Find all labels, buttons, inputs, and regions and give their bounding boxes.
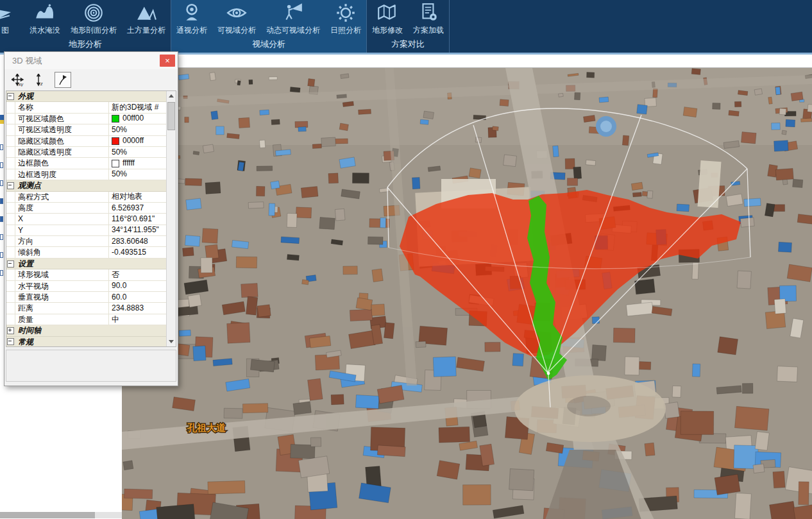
svg-text:xy: xy (18, 82, 24, 87)
grid-row-方向[interactable]: 方向283.60648 (6, 236, 176, 247)
ribbon-button-earthwork[interactable]: 土方量分析 (122, 0, 171, 36)
ribbon-button-label: 动态可视域分析 (266, 25, 320, 36)
grid-row-距离[interactable]: 距离234.8883 (6, 303, 176, 314)
ribbon-button-flood[interactable]: 洪水淹没 (24, 0, 65, 36)
ribbon-group-1: 图洪水淹没地形剖面分析土方量分析地形分析 (0, 0, 171, 53)
property-name: 方向 (15, 236, 109, 246)
grid-row-质量[interactable]: 质量中 (6, 314, 176, 325)
collapse-icon[interactable] (7, 260, 14, 268)
property-name: 隐藏区域透明度 (15, 147, 109, 157)
panel-title-bar[interactable]: 3D 视域 × (4, 52, 178, 69)
scrollbar-thumb[interactable] (167, 102, 175, 130)
section-label: 设置 (15, 259, 176, 269)
section-label: 外观 (15, 91, 176, 101)
expand-icon[interactable] (7, 327, 14, 334)
section-label: 常规 (15, 337, 176, 347)
grid-row-垂直视场[interactable]: 垂直视场60.0 (6, 292, 176, 303)
grid-row-倾斜角[interactable]: 倾斜角-0.493515 (6, 247, 176, 258)
grid-section-外观[interactable]: 外观 (6, 91, 176, 102)
ribbon-button-label: 洪水淹没 (30, 25, 60, 36)
property-name: 高度 (15, 203, 109, 213)
grid-row-可视区域颜色[interactable]: 可视区域颜色00ff00 (6, 114, 176, 124)
grid-row-高程方式[interactable]: 高程方式相对地表 (6, 192, 176, 203)
property-name: 垂直视场 (15, 292, 109, 302)
horizontal-scrollbar[interactable] (0, 512, 122, 518)
property-name: 可视区域颜色 (15, 114, 109, 124)
grid-section-时间轴[interactable]: 时间轴 (6, 325, 176, 336)
map-3d-viewport[interactable]: 孔祖大道 (122, 67, 812, 519)
grid-section-观测点[interactable]: 观测点 (6, 180, 176, 191)
grid-row-X[interactable]: X116°8'0.691" (6, 214, 176, 225)
property-name: 边框透明度 (15, 169, 109, 180)
collapse-icon[interactable] (7, 93, 14, 100)
collapse-icon[interactable] (7, 338, 14, 345)
grid-row-可视区域透明度[interactable]: 可视区域透明度50% (6, 124, 176, 135)
terrain-edit-icon (376, 2, 398, 24)
ribbon-group-label: 地形分析 (69, 38, 102, 53)
property-name: 名称 (15, 102, 109, 112)
grid-row-水平视场[interactable]: 水平视场90.0 (6, 281, 176, 292)
app-window: { "ribbon": { "groups": [ { "label": "地形… (0, 0, 812, 519)
map-3d-scene[interactable]: 孔祖大道 (122, 68, 812, 519)
ribbon-button-label: 地形剖面分析 (71, 25, 117, 36)
property-grid: 外观名称新的3D视域 #可视区域颜色00ff00可视区域透明度50%隐藏区域颜色… (6, 90, 176, 347)
ribbon-button-plan-load[interactable]: 方案加载 (408, 0, 449, 36)
grid-section-常规[interactable]: 常规 (6, 337, 176, 347)
svg-text:z: z (40, 81, 43, 86)
ribbon-button-clipped-tool[interactable]: 图 (0, 0, 24, 36)
ribbon-button-terrain-profile[interactable]: 地形剖面分析 (65, 0, 122, 36)
grid-section-设置[interactable]: 设置 (6, 259, 176, 269)
viewshed-icon (226, 2, 248, 24)
section-label: 时间轴 (15, 325, 176, 336)
grid-row-Y[interactable]: Y34°14'11.955" (6, 225, 176, 236)
ribbon-button-sunlight[interactable]: 日照分析 (325, 0, 366, 36)
property-name: X (15, 214, 109, 224)
property-description-area (6, 350, 176, 382)
scroll-down-arrow[interactable] (167, 337, 176, 346)
vertical-scrollbar[interactable] (166, 91, 176, 346)
ribbon-button-terrain-edit[interactable]: 地形修改 (367, 0, 408, 36)
grid-row-名称[interactable]: 名称新的3D视域 # (6, 102, 176, 113)
property-name: 隐藏区域颜色 (15, 136, 109, 146)
grid-row-隐藏区域透明度[interactable]: 隐藏区域透明度50% (6, 147, 176, 158)
viewshed-3d-panel: 3D 视域 × xyz 外观名称新的3D视域 #可视区域颜色00ff00可视区域… (4, 51, 178, 386)
pick-point-tool[interactable] (55, 72, 71, 88)
ribbon-button-label: 日照分析 (330, 25, 361, 36)
ribbon-button-viewshed[interactable]: 可视域分析 (212, 0, 261, 36)
ribbon-button-label: 土方量分析 (127, 25, 165, 36)
scroll-up-arrow[interactable] (167, 91, 176, 101)
move-xy-tool[interactable]: xy (10, 72, 26, 88)
property-name: 高程方式 (15, 192, 109, 202)
move-z-icon: z (34, 74, 47, 87)
road-label: 孔祖大道 (187, 422, 226, 433)
plan-load-icon (418, 2, 439, 24)
property-name: 距离 (15, 303, 109, 313)
grid-row-球形视域[interactable]: 球形视域否 (6, 269, 176, 280)
ribbon-group-2: 通视分析可视域分析动态可视域分析日照分析视域分析 (171, 0, 366, 53)
grid-row-隐藏区域颜色[interactable]: 隐藏区域颜色0000ff (6, 136, 176, 147)
panel-title: 3D 视域 (12, 55, 42, 67)
ribbon-button-label: 方案加载 (413, 25, 444, 36)
flood-icon (34, 2, 56, 24)
grid-row-边框透明度[interactable]: 边框透明度50% (6, 169, 176, 180)
move-z-tool[interactable]: z (32, 72, 49, 88)
ribbon-separator (449, 0, 450, 53)
close-icon[interactable]: × (160, 55, 175, 67)
ribbon-button-label: 地形修改 (372, 25, 403, 36)
observer-point (547, 372, 550, 375)
dynamic-viewshed-icon (282, 2, 304, 24)
ribbon-toolbar: 图洪水淹没地形剖面分析土方量分析地形分析通视分析可视域分析动态可视域分析日照分析… (0, 0, 812, 55)
grid-row-边框颜色[interactable]: 边框颜色ffffff (6, 158, 176, 169)
ribbon-button-dynamic-viewshed[interactable]: 动态可视域分析 (261, 0, 325, 36)
collapse-icon[interactable] (7, 182, 14, 189)
property-name: 可视区域透明度 (15, 124, 109, 135)
grid-row-高度[interactable]: 高度6.526937 (6, 203, 176, 214)
move-xy-icon: xy (12, 74, 24, 87)
sightline-icon (181, 2, 203, 24)
pick-arrow-icon (56, 74, 69, 87)
scrollbar-thumb[interactable] (0, 512, 95, 518)
ribbon-button-sightline[interactable]: 通视分析 (171, 0, 212, 36)
ribbon-button-label: 图 (1, 25, 9, 36)
panel-toolbar: xyz (4, 69, 178, 90)
color-swatch (112, 115, 119, 123)
